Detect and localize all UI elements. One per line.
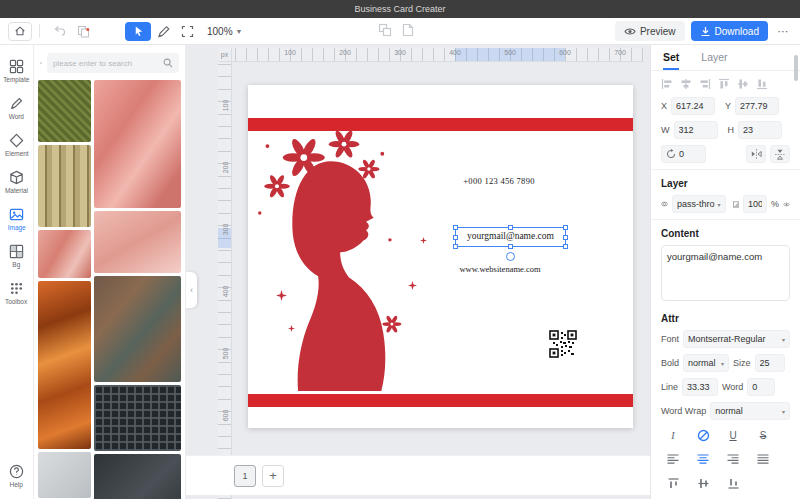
w-input[interactable]	[674, 121, 718, 139]
no-decoration-button[interactable]	[691, 426, 715, 444]
pen-tool-button[interactable]	[153, 22, 173, 41]
group-icon[interactable]	[378, 23, 392, 41]
woman-illustration[interactable]	[248, 125, 440, 393]
flip-vertical-button[interactable]	[770, 145, 790, 163]
sparkle-icon	[276, 290, 287, 301]
qr-code[interactable]	[549, 330, 577, 358]
size-input[interactable]	[755, 354, 785, 372]
align-center-h-icon[interactable]	[680, 78, 692, 90]
content-section-title: Content	[661, 228, 790, 239]
canvas-area[interactable]: px 100200300400500600700 100200300400500…	[186, 45, 650, 499]
sidebar-item-bg[interactable]: Bg	[0, 238, 34, 275]
sidebar-item-element[interactable]: Element	[0, 127, 34, 164]
thumbnail-orange-waves[interactable]	[38, 281, 91, 449]
rotation-handle[interactable]	[506, 252, 515, 261]
selection-handle-w[interactable]	[453, 235, 458, 240]
ruler-unit: px	[218, 48, 232, 62]
underline-button[interactable]: U	[721, 426, 745, 444]
content-textarea[interactable]: yourgmail@name.com	[661, 245, 790, 301]
card-phone-text[interactable]: +000 123 456 7890	[453, 176, 545, 186]
y-input[interactable]	[735, 97, 779, 115]
toolbox-grid-icon	[9, 281, 24, 296]
selection-handle-sw[interactable]	[453, 244, 458, 249]
sidebar-item-material[interactable]: Material	[0, 164, 34, 201]
vertical-align-bottom-button[interactable]	[721, 474, 745, 492]
business-card-canvas[interactable]: +000 123 456 7890 yourgmail@name.com www…	[248, 85, 633, 428]
assets-panel	[34, 45, 186, 499]
mask-icon[interactable]	[402, 23, 414, 41]
sparkle-icon	[408, 281, 417, 290]
font-select[interactable]: Montserrat-Regular	[683, 330, 790, 348]
thumbnail-rust-metal[interactable]	[94, 276, 181, 382]
align-middle-v-icon[interactable]	[737, 78, 749, 90]
zoom-dropdown[interactable]: 100% ▼	[207, 26, 243, 37]
thumbnail-dark-fabric[interactable]	[94, 454, 181, 499]
align-left-icon[interactable]	[661, 78, 673, 90]
thumbnail-green-fabric[interactable]	[38, 80, 91, 142]
select-tool-button[interactable]	[125, 22, 151, 41]
card-website-text[interactable]: www.websitename.com	[450, 264, 550, 274]
pages-bar: 1 +	[186, 455, 650, 495]
menu-icon[interactable]	[40, 57, 42, 69]
more-options-button[interactable]: ⋯	[774, 21, 792, 41]
download-button[interactable]: Download	[691, 21, 768, 41]
card-bottom-bar[interactable]	[248, 394, 633, 407]
word-wrap-select[interactable]: normal	[710, 402, 790, 420]
word-spacing-input[interactable]	[747, 378, 775, 396]
align-top-icon[interactable]	[718, 78, 730, 90]
selection-box[interactable]	[455, 227, 566, 247]
line-height-input[interactable]	[682, 378, 718, 396]
thumbnail-pink-smudge[interactable]	[94, 211, 181, 273]
layer-visibility-eye-icon[interactable]	[783, 200, 790, 209]
thumbnail-pink-crumpled[interactable]	[94, 80, 181, 208]
selection-handle-s[interactable]	[508, 244, 513, 249]
add-page-button[interactable]: +	[262, 465, 284, 487]
bold-select[interactable]: normal	[683, 354, 729, 372]
inspector-scrollbar[interactable]	[794, 55, 798, 81]
strikethrough-button[interactable]: S	[751, 426, 775, 444]
h-input[interactable]	[738, 121, 782, 139]
paste-button[interactable]	[73, 22, 93, 41]
sidebar-item-toolbox[interactable]: Toolbox	[0, 275, 34, 312]
selection-handle-n[interactable]	[508, 225, 513, 230]
italic-button[interactable]: I	[661, 426, 685, 444]
x-input[interactable]	[671, 97, 715, 115]
align-right-icon[interactable]	[699, 78, 711, 90]
thumbnail-dark-grid[interactable]	[94, 385, 181, 451]
selection-handle-ne[interactable]	[563, 225, 568, 230]
page-thumbnail-1[interactable]: 1	[234, 465, 256, 487]
selection-handle-nw[interactable]	[453, 225, 458, 230]
home-button[interactable]	[8, 22, 32, 41]
sidebar-item-help[interactable]: Help	[0, 458, 34, 495]
tab-layer[interactable]: Layer	[701, 51, 727, 70]
text-align-right-button[interactable]	[721, 450, 745, 468]
preview-button[interactable]: Preview	[615, 21, 685, 41]
search-input[interactable]	[53, 59, 163, 68]
text-align-justify-button[interactable]	[751, 450, 775, 468]
text-align-center-button[interactable]	[691, 450, 715, 468]
text-align-left-button[interactable]	[661, 450, 685, 468]
rotate-icon	[666, 149, 676, 159]
chevron-down-icon: ▼	[236, 28, 243, 35]
sidebar-item-template[interactable]: Template	[0, 53, 34, 90]
v-ruler-tick-label: 500	[222, 347, 229, 361]
opacity-input[interactable]	[743, 195, 767, 213]
align-bottom-icon[interactable]	[756, 78, 768, 90]
flip-horizontal-button[interactable]	[746, 145, 766, 163]
thumbnail-gray-fabric[interactable]	[38, 452, 91, 498]
selection-handle-se[interactable]	[563, 244, 568, 249]
thumbnail-bamboo[interactable]	[38, 145, 91, 227]
panel-collapse-button[interactable]: ‹	[186, 272, 197, 308]
tab-set[interactable]: Set	[663, 51, 679, 70]
fit-screen-button[interactable]	[177, 22, 197, 41]
vertical-align-middle-button[interactable]	[691, 474, 715, 492]
sidebar-item-image[interactable]: Image	[0, 201, 34, 238]
vertical-align-top-button[interactable]	[661, 474, 685, 492]
undo-button[interactable]	[49, 22, 69, 41]
blend-mode-select[interactable]: pass-thro	[672, 195, 726, 213]
thumbnail-pink-marble[interactable]	[38, 230, 91, 278]
selection-handle-e[interactable]	[563, 235, 568, 240]
preview-label: Preview	[640, 26, 676, 37]
rotation-input[interactable]	[679, 149, 701, 159]
sidebar-item-word[interactable]: Word	[0, 90, 34, 127]
